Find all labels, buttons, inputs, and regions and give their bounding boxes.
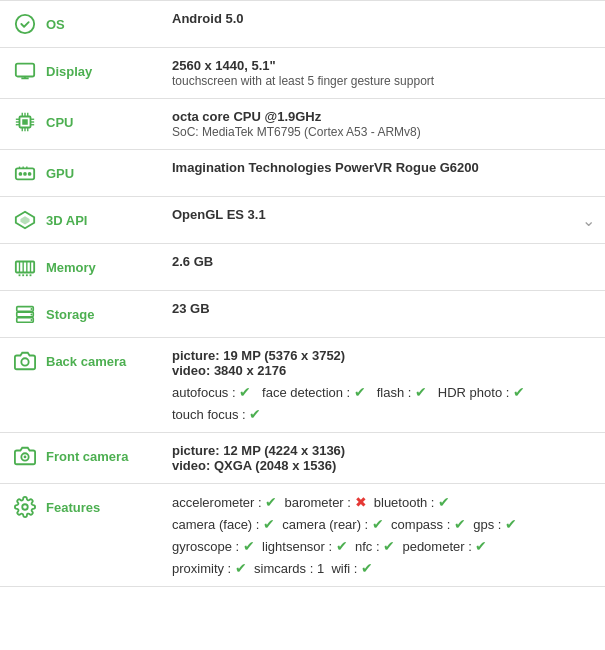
gpu-icon bbox=[12, 160, 38, 186]
value-main-3dapi: OpenGL ES 3.1 bbox=[172, 207, 266, 222]
storage-icon bbox=[12, 301, 38, 327]
row-backcamera: Back camera picture: 19 MP (5376 x 3752)… bbox=[0, 338, 605, 433]
row-gpu: GPU Imagination Technologies PowerVR Rog… bbox=[0, 150, 605, 197]
label-text-memory: Memory bbox=[46, 260, 96, 275]
check-true-icon: ✔ bbox=[454, 516, 466, 532]
check-true-icon: ✔ bbox=[239, 384, 251, 400]
value-sub-cpu: SoC: MediaTek MT6795 (Cortex A53 - ARMv8… bbox=[172, 125, 421, 139]
value-sub-display: touchscreen with at least 5 finger gestu… bbox=[172, 74, 434, 88]
label-cell-display: Display bbox=[0, 48, 160, 99]
spec-table: OS Android 5.0 Display 2560 x 1440, 5.1"… bbox=[0, 0, 605, 587]
feature-gps: gps : ✔ bbox=[473, 517, 517, 532]
memory-icon bbox=[12, 254, 38, 280]
value-main-display: 2560 x 1440, 5.1" bbox=[172, 58, 276, 73]
svg-point-45 bbox=[22, 504, 28, 510]
features-icon bbox=[12, 494, 38, 520]
value-main-cpu: octa core CPU @1.9GHz bbox=[172, 109, 321, 124]
svg-rect-5 bbox=[22, 119, 28, 125]
row-features: Features accelerometer : ✔ barometer : ✖… bbox=[0, 484, 605, 587]
check-true-icon: ✔ bbox=[263, 516, 275, 532]
camera-features-row2: touch focus : ✔ bbox=[172, 406, 593, 422]
check-true-icon: ✔ bbox=[475, 538, 487, 554]
feature-pedometer: pedometer : ✔ bbox=[402, 539, 487, 554]
label-cell-frontcamera: Front camera bbox=[0, 433, 160, 484]
check-true-icon: ✔ bbox=[383, 538, 395, 554]
label-cell-os: OS bbox=[0, 1, 160, 48]
value-main-gpu: Imagination Technologies PowerVR Rogue G… bbox=[172, 160, 479, 175]
check-true-icon: ✔ bbox=[415, 384, 427, 400]
label-text-3dapi: 3D API bbox=[46, 213, 87, 228]
row-3dapi: 3D API OpenGL ES 3.1⌄ bbox=[0, 197, 605, 244]
row-memory: Memory 2.6 GB bbox=[0, 244, 605, 291]
svg-marker-26 bbox=[20, 216, 29, 224]
feature-barometer: barometer : ✖ bbox=[284, 495, 366, 510]
check-true-icon: ✔ bbox=[354, 384, 366, 400]
feature-camera (rear): camera (rear) : ✔ bbox=[282, 517, 384, 532]
cpu-icon bbox=[12, 109, 38, 135]
display-icon bbox=[12, 58, 38, 84]
svg-point-39 bbox=[31, 308, 33, 310]
check-true-icon: ✔ bbox=[265, 494, 277, 510]
label-text-storage: Storage bbox=[46, 307, 94, 322]
check-false-icon: ✖ bbox=[355, 494, 367, 510]
label-text-backcamera: Back camera bbox=[46, 354, 126, 369]
feature-simcards: simcards : 1 bbox=[254, 561, 324, 576]
check-true-icon: ✔ bbox=[372, 516, 384, 532]
label-cell-3dapi: 3D API bbox=[0, 197, 160, 244]
svg-point-20 bbox=[23, 172, 27, 176]
svg-point-19 bbox=[19, 172, 23, 176]
svg-point-44 bbox=[24, 456, 27, 459]
label-cell-features: Features bbox=[0, 484, 160, 587]
value-cell-os: Android 5.0 bbox=[160, 1, 605, 48]
value-cell-features: accelerometer : ✔ barometer : ✖ bluetoot… bbox=[160, 484, 605, 587]
label-cell-cpu: CPU bbox=[0, 99, 160, 150]
check-true-icon: ✔ bbox=[505, 516, 517, 532]
label-text-features: Features bbox=[46, 500, 100, 515]
check-true-icon: ✔ bbox=[235, 560, 247, 576]
camera-icon bbox=[12, 348, 38, 374]
feature-row-0: accelerometer : ✔ barometer : ✖ bluetoot… bbox=[172, 494, 593, 510]
label-cell-backcamera: Back camera bbox=[0, 338, 160, 433]
front-camera-video: video: QXGA (2048 x 1536) bbox=[172, 458, 593, 473]
value-cell-3dapi[interactable]: OpenGL ES 3.1⌄ bbox=[160, 197, 605, 244]
svg-point-41 bbox=[31, 319, 33, 321]
check-true-icon: ✔ bbox=[336, 538, 348, 554]
check-true-icon: ✔ bbox=[513, 384, 525, 400]
check-true-icon: ✔ bbox=[243, 538, 255, 554]
camera-video: video: 3840 x 2176 bbox=[172, 363, 593, 378]
svg-point-40 bbox=[31, 314, 33, 316]
value-cell-gpu: Imagination Technologies PowerVR Rogue G… bbox=[160, 150, 605, 197]
label-cell-gpu: GPU bbox=[0, 150, 160, 197]
value-cell-storage: 23 GB bbox=[160, 291, 605, 338]
feature-row-3: proximity : ✔ simcards : 1 wifi : ✔ bbox=[172, 560, 593, 576]
value-cell-memory: 2.6 GB bbox=[160, 244, 605, 291]
value-main-memory: 2.6 GB bbox=[172, 254, 213, 269]
feature-bluetooth: bluetooth : ✔ bbox=[374, 495, 450, 510]
label-text-gpu: GPU bbox=[46, 166, 74, 181]
feature-row-1: camera (face) : ✔ camera (rear) : ✔ comp… bbox=[172, 516, 593, 532]
label-cell-memory: Memory bbox=[0, 244, 160, 291]
row-storage: Storage 23 GB bbox=[0, 291, 605, 338]
os-icon bbox=[12, 11, 38, 37]
svg-point-42 bbox=[21, 358, 28, 365]
dropdown-icon[interactable]: ⌄ bbox=[582, 211, 595, 230]
3dapi-icon bbox=[12, 207, 38, 233]
svg-rect-27 bbox=[16, 262, 34, 273]
feature-wifi: wifi : ✔ bbox=[331, 561, 373, 576]
value-cell-cpu: octa core CPU @1.9GHzSoC: MediaTek MT679… bbox=[160, 99, 605, 150]
svg-rect-1 bbox=[16, 64, 34, 77]
feature-accelerometer: accelerometer : ✔ bbox=[172, 495, 277, 510]
camera-features-row1: autofocus : ✔ face detection : ✔ flash :… bbox=[172, 384, 593, 400]
label-text-cpu: CPU bbox=[46, 115, 73, 130]
row-frontcamera: Front camera picture: 12 MP (4224 x 3136… bbox=[0, 433, 605, 484]
label-text-os: OS bbox=[46, 17, 65, 32]
front-camera-picture: picture: 12 MP (4224 x 3136) bbox=[172, 443, 593, 458]
svg-point-0 bbox=[16, 15, 34, 33]
camera-picture: picture: 19 MP (5376 x 3752) bbox=[172, 348, 593, 363]
feature-gyroscope: gyroscope : ✔ bbox=[172, 539, 255, 554]
label-cell-storage: Storage bbox=[0, 291, 160, 338]
feature-compass: compass : ✔ bbox=[391, 517, 466, 532]
row-os: OS Android 5.0 bbox=[0, 1, 605, 48]
feature-proximity: proximity : ✔ bbox=[172, 561, 247, 576]
value-cell-display: 2560 x 1440, 5.1"touchscreen with at lea… bbox=[160, 48, 605, 99]
